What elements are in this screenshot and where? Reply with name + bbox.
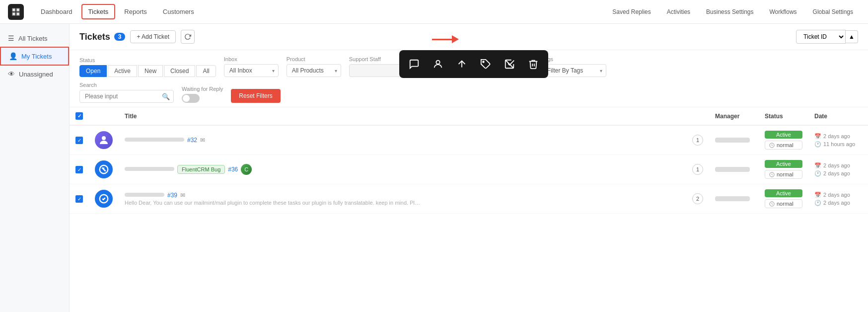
status-tab-all[interactable]: All [196, 65, 216, 77]
toolbar-delete-btn[interactable] [522, 53, 544, 75]
svg-line-2 [506, 60, 514, 69]
row2-status-badge: Active [765, 160, 802, 168]
row2-status-cell: Active normal [759, 155, 808, 184]
nav-business-settings[interactable]: Business Settings [699, 4, 760, 19]
row3-status-cell: Active normal [759, 184, 808, 214]
row1-manager-cell [709, 125, 759, 155]
status-tab-open[interactable]: Open [79, 65, 107, 77]
toolbar-tag-btn[interactable] [475, 53, 497, 75]
waiting-toggle[interactable] [182, 94, 200, 103]
th-date: Date [808, 107, 868, 125]
inbox-select[interactable]: All Inbox [224, 64, 279, 77]
nav-dashboard[interactable]: Dashboard [34, 4, 79, 19]
ticket-count-badge: 3 [114, 33, 126, 41]
row2-date2: 🕐 2 days ago [814, 170, 862, 177]
main-layout: ☰ All Tickets 👤 My Tickets 👁 Unassigned [0, 24, 868, 312]
sort-direction-button[interactable]: ▲ [846, 30, 858, 43]
nav-customers[interactable]: Customers [156, 4, 201, 19]
calendar-icon-2: 📅 [814, 162, 821, 169]
row3-manager-blurred [715, 196, 750, 201]
reset-filters-button[interactable]: Reset Filters [231, 89, 280, 103]
product-select[interactable]: All Products [287, 64, 341, 77]
row2-checkbox[interactable]: ✓ [75, 166, 83, 173]
row3-title-line: #39 ✉ [125, 192, 680, 199]
top-nav-left: Dashboard Tickets Reports Customers [34, 4, 201, 19]
sidebar-item-unassigned[interactable]: 👁 Unassigned [0, 66, 69, 82]
row3-avatar-cell [89, 184, 119, 214]
nav-global-settings[interactable]: Global Settings [806, 4, 860, 19]
row2-title-line: FluentCRM Bug #36 C [125, 164, 680, 175]
row3-priority-label: normal [777, 201, 794, 207]
inbox-filter-label: Inbox [224, 56, 279, 62]
content-header: Tickets 3 + Add Ticket Ticket ID ▲ [70, 24, 868, 50]
list-icon: ☰ [8, 34, 14, 42]
th-avatar [89, 107, 119, 125]
th-status: Status [759, 107, 808, 125]
row3-dates: 📅 2 days ago 🕐 2 days ago [814, 192, 862, 206]
row3-title-area: #39 ✉ Hello Dear, You can use our mailmi… [125, 192, 680, 206]
nav-tickets[interactable]: Tickets [81, 4, 116, 19]
calendar-icon-3: 📅 [814, 192, 821, 198]
row1-checkbox[interactable]: ✓ [75, 137, 83, 144]
search-input[interactable] [79, 90, 174, 103]
row1-date1: 📅 2 days ago [814, 133, 862, 140]
sidebar-item-my-tickets[interactable]: 👤 My Tickets [0, 47, 69, 66]
main-content: Tickets 3 + Add Ticket Ticket ID ▲ [70, 24, 868, 312]
row1-status-area: Active normal [765, 131, 802, 150]
row2-user-avatar: C [241, 164, 252, 175]
nav-activities[interactable]: Activities [660, 4, 697, 19]
top-nav: Dashboard Tickets Reports Customers Save… [0, 0, 868, 24]
waiting-label: Waiting for Reply [182, 86, 223, 92]
search-input-wrap: 🔍 [79, 90, 174, 103]
row3-checkbox[interactable]: ✓ [75, 195, 83, 203]
th-manager: Manager [709, 107, 759, 125]
row2-title-area: FluentCRM Bug #36 C [125, 164, 680, 175]
table-row: ✓ #39 ✉ [70, 184, 868, 214]
toolbar-merge-btn[interactable] [451, 53, 473, 75]
nav-saved-replies[interactable]: Saved Replies [605, 4, 657, 19]
floating-toolbar [399, 50, 548, 78]
waiting-group: Waiting for Reply [182, 86, 223, 103]
table-body: ✓ #32 ✉ [70, 125, 868, 214]
row2-date-cell: 📅 2 days ago 🕐 2 days ago [808, 155, 868, 184]
status-tab-active[interactable]: Active [108, 65, 137, 77]
clock-icon-3: 🕐 [814, 200, 821, 206]
status-tab-new[interactable]: New [138, 65, 163, 77]
row3-status-badge: Active [765, 189, 802, 197]
search-icon[interactable]: 🔍 [162, 93, 170, 100]
toolbar-uncheck-btn[interactable] [499, 53, 520, 75]
select-all-checkbox[interactable]: ✓ [75, 112, 83, 120]
row2-avatar [95, 160, 113, 178]
sort-select[interactable]: Ticket ID [796, 30, 846, 44]
svg-point-3 [102, 136, 106, 140]
row1-title-blurred [125, 138, 184, 142]
toolbar-assign-btn[interactable] [427, 53, 449, 75]
add-ticket-button[interactable]: + Add Ticket [130, 30, 176, 43]
row1-priority-label: normal [777, 142, 794, 148]
sidebar-label-all-tickets: All Tickets [18, 35, 48, 42]
sidebar-item-all-tickets[interactable]: ☰ All Tickets [0, 30, 69, 47]
row2-priority-label: normal [777, 171, 794, 177]
table-row: ✓ FluentCRM Bug [70, 155, 868, 184]
arrow-shaft-2 [432, 39, 452, 40]
filter-group-tags: Tags Filter By Tags [542, 56, 606, 77]
nav-workflows[interactable]: Workflows [762, 4, 803, 19]
add-ticket-label: + Add Ticket [137, 33, 169, 40]
th-checkbox: ✓ [70, 107, 89, 125]
row1-count-cell: 1 [686, 125, 709, 155]
toolbar-reply-btn[interactable] [403, 53, 425, 75]
nav-reports[interactable]: Reports [117, 4, 154, 19]
refresh-button[interactable] [181, 30, 195, 44]
row3-email-icon: ✉ [180, 192, 185, 199]
tags-select[interactable]: Filter By Tags [542, 64, 606, 77]
row1-avatar-cell [89, 125, 119, 155]
status-tab-closed[interactable]: Closed [164, 65, 195, 77]
status-filter-label: Status [79, 57, 216, 63]
row1-title-area: #32 ✉ [125, 137, 680, 144]
row2-title-blurred [125, 167, 174, 171]
top-nav-right: Saved Replies Activities Business Settin… [605, 4, 860, 19]
row3-checkbox-cell: ✓ [70, 184, 89, 214]
row1-title-cell: #32 ✉ [119, 125, 686, 155]
product-filter-label: Product [287, 56, 341, 62]
app-logo [8, 4, 24, 20]
